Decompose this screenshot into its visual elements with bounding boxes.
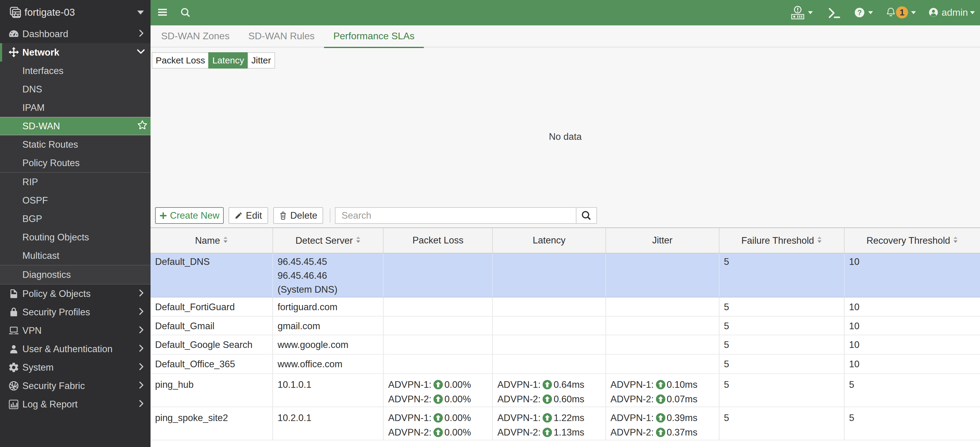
svg-text:?: ? bbox=[857, 8, 862, 17]
